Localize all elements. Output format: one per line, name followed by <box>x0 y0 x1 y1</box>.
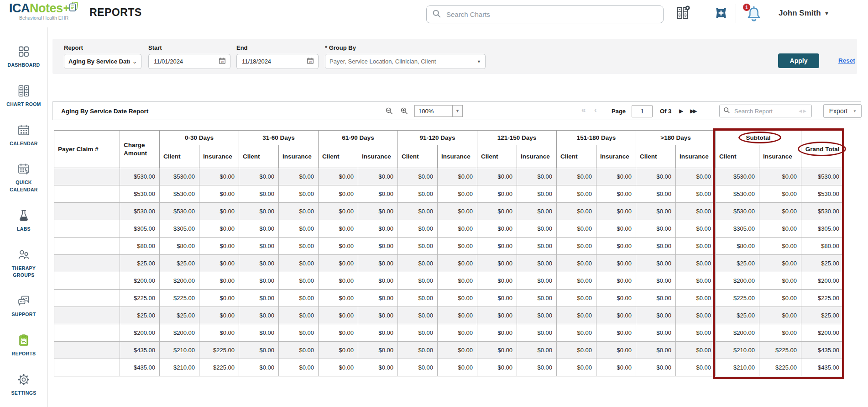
cell-aging-amount: $0.00 <box>517 255 557 272</box>
sidebar-item-support[interactable]: SUPPORT <box>2 294 46 318</box>
dropdown-caret-icon: ▼ <box>477 59 481 64</box>
cell-aging-amount: $0.00 <box>438 290 477 307</box>
search-prev-next-icons[interactable]: ◀▶ <box>799 109 808 113</box>
cell-aging-amount: $305.00 <box>160 220 199 238</box>
start-date-field[interactable]: 30 <box>148 54 230 69</box>
cell-aging-amount: $0.00 <box>517 290 557 307</box>
search-charts-box[interactable] <box>426 5 664 23</box>
cell-aging-amount: $0.00 <box>557 255 596 272</box>
last-page-button[interactable]: ▶▶ <box>690 108 695 114</box>
cell-aging-amount: $0.00 <box>319 342 358 359</box>
cell-aging-amount: $0.00 <box>477 255 517 272</box>
table-row: $435.00$210.00$225.00$0.00$0.00$0.00$0.0… <box>54 359 844 376</box>
cell-aging-amount: $0.00 <box>279 324 319 342</box>
cell-aging-amount: $0.00 <box>398 255 438 272</box>
sidebar-item-therapy-groups[interactable]: THERAPY GROUPS <box>2 248 46 280</box>
cell-aging-amount: $0.00 <box>557 342 596 359</box>
cell-aging-amount: $0.00 <box>358 290 398 307</box>
cell-aging-amount: $25.00 <box>160 255 199 272</box>
sidebar-item-labs[interactable]: LABS <box>2 209 46 233</box>
cell-aging-amount: $0.00 <box>557 220 596 238</box>
eprescribe-icon[interactable] <box>714 6 728 22</box>
cell-aging-amount: $0.00 <box>438 220 477 238</box>
cell-aging-amount: $0.00 <box>398 307 438 324</box>
sidebar-item-settings[interactable]: SETTINGS <box>2 373 46 397</box>
cell-aging-amount: $0.00 <box>438 255 477 272</box>
user-menu[interactable]: John Smith ▾ <box>779 9 828 18</box>
col-header-insurance: Insurance <box>596 145 636 168</box>
cell-aging-amount: $0.00 <box>438 272 477 290</box>
zoom-out-icon[interactable] <box>385 107 393 117</box>
sidebar-item-dashboard[interactable]: DASHBOARD <box>2 45 46 69</box>
col-group-31-60: 31-60 Days <box>239 131 319 145</box>
cell-aging-amount: $0.00 <box>319 255 358 272</box>
cell-grand-total: $435.00 <box>801 359 844 376</box>
cell-aging-amount: $0.00 <box>239 359 279 376</box>
end-date-field[interactable]: 30 <box>236 54 319 69</box>
cell-subtotal-client: $210.00 <box>716 359 759 376</box>
cell-aging-amount: $0.00 <box>557 359 596 376</box>
col-header-insurance: Insurance <box>676 145 716 168</box>
calendar-picker-icon[interactable]: 30 <box>219 57 226 66</box>
apply-button[interactable]: Apply <box>778 53 819 68</box>
end-date-input[interactable] <box>241 58 291 65</box>
notifications-bell[interactable]: 1 <box>745 4 764 23</box>
group-by-select[interactable]: Payer, Service Location, Clinician, Clie… <box>325 54 486 69</box>
next-page-button[interactable]: ▶ <box>679 108 683 114</box>
sidebar-item-quick-calendar[interactable]: QUICK CALENDAR <box>2 162 46 194</box>
app-logo[interactable]: ICANotes+ Behavioral Health EHR <box>7 2 80 21</box>
cell-subtotal-insurance: $0.00 <box>759 255 801 272</box>
user-name: John Smith <box>779 9 821 18</box>
col-group-151-180: 151-180 Days <box>557 131 636 145</box>
col-header-client: Client <box>716 145 759 168</box>
cell-aging-amount: $0.00 <box>636 220 676 238</box>
cell-aging-amount: $0.00 <box>596 307 636 324</box>
cell-aging-amount: $0.00 <box>636 342 676 359</box>
col-header-client: Client <box>160 145 199 168</box>
cell-aging-amount: $530.00 <box>160 168 199 185</box>
logo-text-ica: ICA <box>9 2 30 15</box>
cell-aging-amount: $0.00 <box>676 359 716 376</box>
cell-subtotal-insurance: $0.00 <box>759 324 801 342</box>
zoom-level-combo[interactable]: 100% ▼ <box>414 105 463 117</box>
zoom-in-icon[interactable] <box>400 107 408 117</box>
export-button[interactable]: Export ▼ <box>823 104 862 118</box>
cell-aging-amount: $0.00 <box>319 272 358 290</box>
page-number-input[interactable] <box>632 105 653 117</box>
table-row: $25.00$25.00$0.00$0.00$0.00$0.00$0.00$0.… <box>54 255 844 272</box>
sidebar-item-calendar[interactable]: CALENDAR <box>2 123 46 148</box>
cell-aging-amount: $0.00 <box>596 168 636 185</box>
search-report-input[interactable] <box>733 107 795 115</box>
cell-aging-amount: $0.00 <box>477 168 517 185</box>
new-chart-cabinet-icon[interactable] <box>675 5 690 22</box>
reset-link[interactable]: Reset <box>838 57 855 64</box>
cell-aging-amount: $0.00 <box>398 220 438 238</box>
search-charts-input[interactable] <box>445 10 658 19</box>
cell-aging-amount: $0.00 <box>517 185 557 203</box>
sidebar-item-reports[interactable]: REPORTS <box>2 333 46 358</box>
cell-charge-amount: $305.00 <box>120 220 160 238</box>
support-icon <box>17 294 31 308</box>
aging-report-table-wrap: Payer Claim # Charge Amount 0-30 Days 31… <box>54 130 843 376</box>
first-page-button[interactable]: « <box>581 106 586 115</box>
cell-aging-amount: $225.00 <box>160 290 199 307</box>
cell-aging-amount: $0.00 <box>279 359 319 376</box>
export-dropdown-caret[interactable]: ▼ <box>853 109 861 113</box>
cell-aging-amount: $0.00 <box>438 342 477 359</box>
cell-aging-amount: $0.00 <box>319 220 358 238</box>
cell-aging-amount: $0.00 <box>358 342 398 359</box>
col-header-payer-claim: Payer Claim # <box>54 131 120 168</box>
search-report-box[interactable]: ◀▶ <box>719 105 812 117</box>
cell-aging-amount: $0.00 <box>517 203 557 220</box>
zoom-dropdown-button[interactable]: ▼ <box>452 106 462 116</box>
start-date-input[interactable] <box>153 58 203 65</box>
cell-aging-amount: $0.00 <box>279 203 319 220</box>
previous-page-button[interactable]: ‹ <box>594 106 597 115</box>
cell-grand-total: $25.00 <box>801 307 844 324</box>
report-select[interactable]: Aging By Service Date Report ⌄ <box>64 54 141 69</box>
sidebar-item-chart-room[interactable]: CHART ROOM <box>2 84 46 108</box>
cell-aging-amount: $0.00 <box>438 324 477 342</box>
col-header-client: Client <box>319 145 358 168</box>
cell-aging-amount: $0.00 <box>358 255 398 272</box>
calendar-picker-icon[interactable]: 30 <box>307 57 314 66</box>
